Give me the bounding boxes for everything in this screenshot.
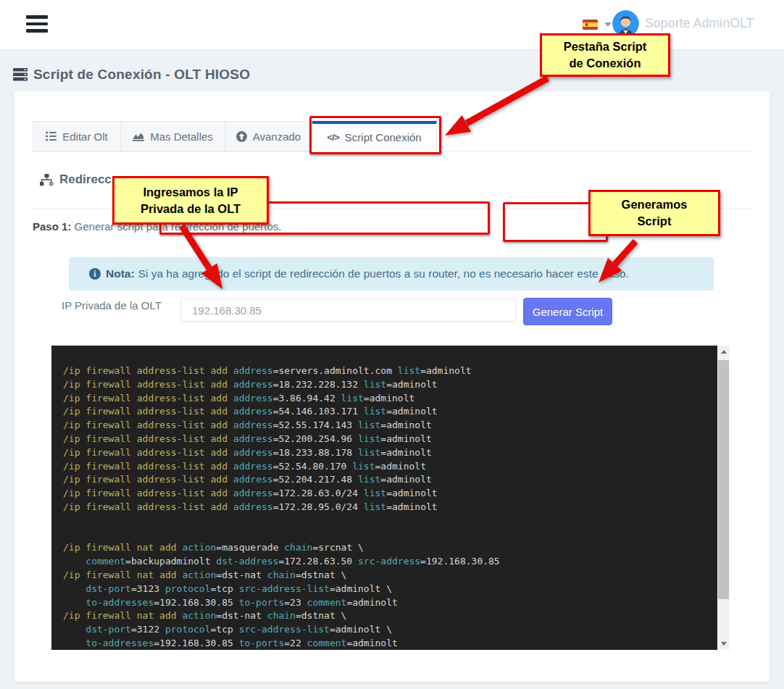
scroll-down-button[interactable] [717, 638, 730, 650]
terminal-line: /ip firewall address-list add address=17… [63, 487, 712, 501]
terminal-line: /ip firewall address-list add address=52… [63, 473, 712, 487]
tab-mas-detalles[interactable]: Mas Detalles [121, 121, 225, 151]
terminal-line [63, 514, 712, 528]
tab-divider [33, 151, 751, 152]
terminal-line: /ip firewall address-list add address=52… [63, 433, 712, 446]
terminal-line: /ip firewall nat add action=dst-nat chai… [63, 609, 712, 623]
avatar[interactable] [612, 10, 639, 37]
user-name[interactable]: Soporte AdminOLT [645, 16, 754, 31]
hamburger-menu-icon[interactable] [26, 15, 49, 35]
terminal-scrollbar[interactable] [717, 346, 730, 650]
sitemap-icon [40, 174, 54, 186]
list-icon [46, 131, 57, 141]
terminal-line: /ip firewall address-list add address=18… [63, 378, 712, 392]
content-card: Editar Olt Mas Detalles [14, 91, 770, 682]
terminal-content[interactable]: /ip firewall address-list add address=se… [63, 364, 712, 650]
terminal-line [63, 528, 712, 542]
terminal-line: /ip firewall nat add action=masquerade c… [63, 541, 712, 555]
arrow-circle-up-icon [236, 131, 247, 142]
step-label: Paso 1: [33, 220, 71, 233]
terminal-line: comment=backupadminolt dst-address=172.2… [63, 555, 712, 569]
terminal-line: /ip firewall address-list add address=54… [63, 405, 712, 419]
server-icon [13, 68, 28, 81]
info-icon: i [89, 268, 101, 280]
tab-script-conexion[interactable]: </> Script Conexión [312, 121, 437, 151]
terminal-line: /ip firewall address-list add address=3.… [63, 392, 712, 406]
tab-editar-olt[interactable]: Editar Olt [33, 121, 121, 151]
note-label: Nota: [106, 267, 135, 280]
note-text: Si ya ha agregado el script de redirecci… [138, 267, 629, 280]
terminal-line: to-addresses=192.168.30.85 to-ports=22 c… [63, 637, 712, 650]
page-title-row: Script de Conexión - OLT HIOSO [13, 67, 250, 83]
section-heading-text: Redirecc [59, 172, 112, 187]
topbar: Soporte AdminOLT [0, 0, 784, 49]
app-canvas: Soporte AdminOLT Script de Conexión - OL… [0, 0, 784, 689]
tab-bar: Editar Olt Mas Detalles [33, 121, 437, 151]
page-title: Script de Conexión - OLT HIOSO [33, 67, 250, 83]
terminal-line: dst-port=3123 protocol=tcp src-address-l… [63, 582, 712, 596]
tab-label: Script Conexión [345, 131, 422, 143]
tab-avanzado[interactable]: Avanzado [225, 121, 312, 151]
chart-area-icon [133, 131, 144, 141]
code-icon: </> [327, 132, 339, 143]
terminal-line: to-addresses=192.168.30.85 to-ports=23 c… [63, 596, 712, 610]
section-divider [33, 208, 751, 209]
scrollbar-thumb[interactable] [718, 360, 729, 599]
section-heading: Redirecc [40, 172, 112, 187]
scroll-up-button[interactable] [717, 346, 730, 358]
terminal-line: /ip firewall address-list add address=se… [63, 364, 712, 378]
chevron-down-icon [604, 22, 612, 27]
terminal-line: /ip firewall address-list add address=52… [63, 419, 712, 433]
terminal-line: dst-port=3122 protocol=tcp src-address-l… [63, 623, 712, 637]
language-dropdown[interactable] [583, 17, 614, 32]
tab-label: Mas Detalles [150, 130, 213, 143]
script-terminal[interactable]: /ip firewall address-list add address=se… [51, 346, 730, 650]
terminal-line: /ip firewall nat add action=dst-nat chai… [63, 569, 712, 582]
tab-label: Avanzado [253, 130, 301, 143]
ip-field-label: IP Privada de la OLT [62, 299, 162, 312]
terminal-line: /ip firewall address-list add address=18… [63, 446, 712, 460]
ip-input[interactable] [180, 298, 517, 322]
terminal-line: /ip firewall address-list add address=17… [63, 501, 712, 514]
note-alert: i Nota: Si ya ha agregado el script de r… [69, 257, 714, 291]
spain-flag-icon [583, 20, 598, 30]
generate-script-button[interactable]: Generar Script [523, 298, 612, 325]
step-text: Paso 1: Generar script para redirección … [33, 220, 282, 233]
tab-label: Editar Olt [62, 130, 108, 143]
terminal-line: /ip firewall address-list add address=52… [63, 460, 712, 474]
